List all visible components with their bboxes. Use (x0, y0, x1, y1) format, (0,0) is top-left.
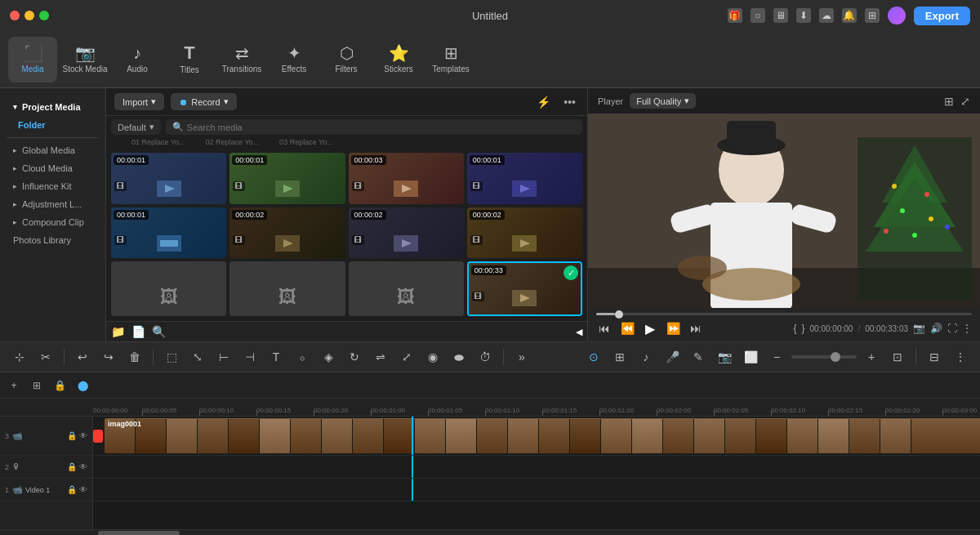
play-button[interactable]: ▶ (642, 320, 658, 337)
zoom-slider[interactable] (791, 355, 857, 359)
sidebar-item-global-media[interactable]: ▸ Global Media (7, 141, 99, 159)
import-button[interactable]: Import ▾ (114, 93, 164, 110)
tool-audio[interactable]: ♪ Audio (113, 37, 162, 82)
media-thumb-10[interactable]: 00:00:02 🎞 10 Replace Yo... (467, 207, 582, 259)
sidebar-item-cloud-media[interactable]: ▸ Cloud Media (7, 159, 99, 177)
track-visible-icon3[interactable]: 👁 (79, 485, 87, 494)
add-track-icon[interactable]: + (5, 377, 23, 395)
warp-tool[interactable]: ◉ (421, 346, 444, 368)
sort-select[interactable]: Default ▾ (111, 119, 161, 135)
grid-icon[interactable]: ⊞ (865, 8, 880, 23)
video-clip-imag0001[interactable]: imag0001 (105, 418, 980, 453)
tool-media[interactable]: ⬛ Media (8, 37, 57, 82)
mask-tool[interactable]: ◈ (317, 346, 340, 368)
trim-button[interactable]: ⊣ (238, 346, 261, 368)
tool-transitions[interactable]: ⇄ Transitions (217, 37, 266, 82)
zoom-out-icon[interactable]: − (765, 346, 788, 368)
media-thumb-12[interactable]: 00:00:02 🎞 12 Replace Yo... (349, 207, 464, 259)
media-thumb-02[interactable]: 🖼 02 Replace Yo... (229, 261, 345, 316)
search-bottom-icon[interactable]: 🔍 (152, 325, 166, 338)
magnet-icon[interactable]: ⊙ (582, 346, 605, 368)
expand-icon[interactable]: ⤢ (960, 95, 970, 108)
audio-icon[interactable]: ♪ (635, 346, 657, 368)
circle-icon[interactable]: ○ (751, 8, 765, 23)
track-settings-icon[interactable]: ⊞ (28, 377, 46, 395)
media-thumb-13[interactable]: 00:00:01 🎞 13 Replace Yo... (111, 153, 226, 204)
cloud-icon[interactable]: ☁ (819, 8, 834, 23)
monitor-icon[interactable]: 🖥 (773, 8, 788, 23)
grid-snap-icon[interactable]: ⊞ (608, 346, 631, 368)
split-button[interactable]: ⊢ (212, 346, 235, 368)
mic-icon[interactable]: 🎤 (661, 346, 684, 368)
quality-select[interactable]: Full Quality ▾ (630, 93, 696, 109)
tool-effects[interactable]: ✦ Effects (270, 37, 318, 82)
close-button[interactable] (10, 11, 20, 20)
volume-icon[interactable]: 🔊 (930, 323, 942, 334)
track-visible-icon[interactable]: 👁 (79, 431, 87, 440)
redo-button[interactable]: ↪ (97, 346, 120, 368)
sidebar-item-adjustment-l[interactable]: ▸ Adjustment L... (7, 195, 99, 213)
media-thumb-01[interactable]: 🖼 01 Replace Yo... (111, 261, 226, 316)
media-thumb-14[interactable]: 00:00:01 🎞 14 Replace Yo... (467, 153, 582, 204)
track-lock-icon2[interactable]: 🔒 (67, 462, 77, 471)
more-icon[interactable]: ⋮ (962, 323, 972, 334)
keyframe-tool[interactable]: ⬦ (291, 346, 314, 368)
media-thumb-15[interactable]: 00:00:02 🎞 15 Replace Yo... (229, 207, 345, 259)
collapse-icon[interactable]: ◀ (576, 327, 582, 337)
sidebar-item-compound-clip[interactable]: ▸ Compound Clip (7, 213, 99, 231)
tool-stock-media[interactable]: 📷 Stock Media (60, 37, 109, 82)
media-thumb-09[interactable]: 00:00:01 🎞 09 Replace Yo... (111, 207, 226, 259)
lock-icon[interactable]: 🔒 (51, 377, 69, 395)
select-tool[interactable]: ⊹ (8, 346, 31, 368)
sidebar-folder[interactable]: Folder (7, 116, 99, 134)
media-thumb-11[interactable]: 00:00:03 🎞 11 Replace You... (349, 153, 464, 204)
search-input[interactable] (187, 123, 576, 132)
tool-filters[interactable]: ⬡ Filters (322, 37, 371, 82)
user-avatar[interactable] (888, 7, 906, 25)
media-thumb-imag0001[interactable]: 00:00:33 ✓ 🎞 imag0001 (467, 261, 582, 316)
fullscreen-icon[interactable]: ⛶ (947, 323, 957, 334)
grid-view-icon[interactable]: ⊞ (944, 95, 954, 108)
transform-button[interactable]: ⤡ (186, 346, 209, 368)
settings-icon[interactable]: ⋮ (949, 346, 972, 368)
minimize-button[interactable] (24, 11, 34, 20)
track-lock-icon3[interactable]: 🔒 (67, 485, 77, 494)
skip-back-icon[interactable]: ⏮ (596, 320, 612, 337)
more-tools[interactable]: » (510, 346, 533, 368)
screenshot-icon[interactable]: ⬜ (739, 346, 762, 368)
undo-button[interactable]: ↩ (71, 346, 94, 368)
expand-tool[interactable]: ⤢ (395, 346, 418, 368)
download-icon[interactable]: ⬇ (796, 8, 811, 23)
player-progress[interactable] (596, 313, 972, 315)
tool-stickers[interactable]: ⭐ Stickers (374, 37, 423, 82)
layout-icon[interactable]: ⊟ (923, 346, 946, 368)
step-back-icon[interactable]: ⏪ (619, 320, 635, 337)
text-tool[interactable]: T (265, 346, 287, 368)
track-visible-icon2[interactable]: 👁 (79, 462, 87, 471)
rotate-tool[interactable]: ↻ (343, 346, 366, 368)
step-forward-icon[interactable]: ⏩ (665, 320, 681, 337)
filter-icon[interactable]: ⚡ (533, 96, 554, 109)
sidebar-item-project-media[interactable]: ▾ Project Media (7, 98, 99, 116)
tool-titles[interactable]: T Titles (165, 37, 214, 82)
zoom-in-icon[interactable]: + (860, 346, 883, 368)
track-lock-icon[interactable]: 🔒 (67, 431, 77, 440)
sidebar-item-influence-kit[interactable]: ▸ Influence Kit (7, 177, 99, 195)
crop-button[interactable]: ⬚ (160, 346, 183, 368)
more-options-icon[interactable]: ••• (560, 96, 579, 109)
flip-tool[interactable]: ⇌ (369, 346, 392, 368)
maximize-button[interactable] (39, 11, 49, 20)
gift-icon[interactable]: 🎁 (728, 8, 742, 23)
color-tool[interactable]: ⬬ (448, 346, 470, 368)
tool-templates[interactable]: ⊞ Templates (426, 37, 475, 82)
add-folder-icon[interactable]: 📁 (111, 325, 125, 338)
bell-icon[interactable]: 🔔 (842, 8, 857, 23)
record-button[interactable]: ⏺ Record ▾ (171, 93, 236, 110)
fit-icon[interactable]: ⊡ (886, 346, 909, 368)
media-thumb-16[interactable]: 00:00:01 🎞 16 Replace Yo... (229, 153, 345, 204)
new-file-icon[interactable]: 📄 (131, 325, 145, 338)
edit2-icon[interactable]: ✎ (687, 346, 710, 368)
in-point-icon[interactable]: { (794, 323, 797, 334)
timeline-green-icon[interactable]: ⬤ (74, 377, 91, 395)
delete-button[interactable]: 🗑 (123, 346, 146, 368)
